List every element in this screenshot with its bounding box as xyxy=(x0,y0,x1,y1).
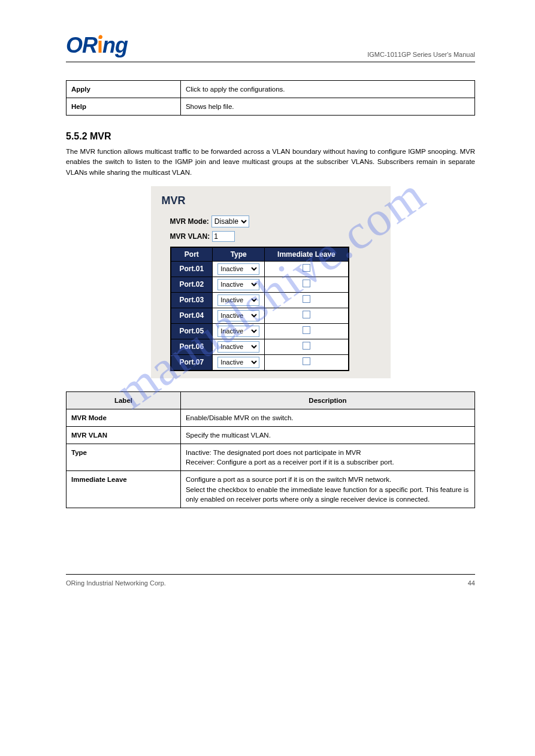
immediate-leave-checkbox[interactable] xyxy=(303,357,310,365)
port-name-cell: Port.07 xyxy=(171,354,213,371)
mvr-port-row: Port.06Inactive xyxy=(171,339,349,354)
mvr-mode-row: MVR Mode: Disable xyxy=(170,215,380,227)
label-cell: Type xyxy=(67,444,181,471)
table-header-row: Label Description xyxy=(67,391,475,409)
table-row: Help Shows help file. xyxy=(67,98,475,116)
mvr-panel-title: MVR xyxy=(162,195,380,207)
desc-header: Description xyxy=(180,391,474,409)
logo-part: R xyxy=(82,33,97,57)
immediate-leave-cell xyxy=(265,339,349,354)
port-type-select[interactable]: Inactive xyxy=(217,326,259,337)
mvr-vlan-label: MVR VLAN: xyxy=(170,232,210,241)
page-header: ORi•ng IGMC-1011GP Series User's Manual xyxy=(66,33,475,62)
label-cell: MVR Mode xyxy=(67,409,181,427)
doc-title: IGMC-1011GP Series User's Manual xyxy=(367,51,475,58)
port-name-cell: Port.06 xyxy=(171,339,213,354)
screenshot-container: manualshive.com MVR MVR Mode: Disable MV… xyxy=(66,186,475,378)
desc-cell: Click to apply the configurations. xyxy=(180,81,474,98)
mvr-mode-label: MVR Mode: xyxy=(170,217,209,226)
immediate-leave-checkbox[interactable] xyxy=(303,311,310,318)
immediate-leave-checkbox[interactable] xyxy=(303,280,310,287)
type-cell: Inactive xyxy=(213,308,265,323)
label-header: Label xyxy=(67,391,181,409)
mvr-port-row: Port.05Inactive xyxy=(171,323,349,339)
type-cell: Inactive xyxy=(213,292,265,308)
label-cell: Help xyxy=(67,98,181,116)
mvr-description-table: Label Description MVR Mode Enable/Disabl… xyxy=(66,391,475,508)
mvr-port-row: Port.01Inactive xyxy=(171,261,349,277)
port-name-cell: Port.01 xyxy=(171,261,213,277)
mvr-port-row: Port.03Inactive xyxy=(171,292,349,308)
type-cell: Inactive xyxy=(213,261,265,277)
immediate-leave-cell xyxy=(265,261,349,277)
mvr-table-header-row: Port Type Immediate Leave xyxy=(171,247,349,262)
port-name-cell: Port.03 xyxy=(171,292,213,308)
desc-cell: Inactive: The designated port does not p… xyxy=(180,444,474,471)
desc-cell: Enable/Disable MVR on the switch. xyxy=(180,409,474,427)
immediate-leave-cell xyxy=(265,292,349,308)
mvr-port-table: Port Type Immediate Leave Port.01Inactiv… xyxy=(170,247,349,371)
table-row: MVR VLAN Specify the multicast VLAN. xyxy=(67,427,475,444)
immediate-leave-checkbox[interactable] xyxy=(303,295,310,303)
immediate-leave-checkbox[interactable] xyxy=(303,264,310,272)
immediate-leave-cell xyxy=(265,354,349,371)
mvr-port-row: Port.02Inactive xyxy=(171,277,349,292)
mvr-vlan-row: MVR VLAN: xyxy=(170,231,380,242)
port-name-cell: Port.05 xyxy=(171,323,213,339)
port-type-select[interactable]: Inactive xyxy=(217,294,259,306)
immediate-leave-checkbox[interactable] xyxy=(303,326,310,334)
port-name-cell: Port.02 xyxy=(171,277,213,292)
logo-part: O xyxy=(66,33,82,57)
port-type-select[interactable]: Inactive xyxy=(217,263,259,275)
page-footer: ORing Industrial Networking Corp. 44 xyxy=(66,574,475,587)
type-header: Type xyxy=(213,247,265,262)
table-row: Apply Click to apply the configurations. xyxy=(67,81,475,98)
immediate-leave-cell xyxy=(265,277,349,292)
immediate-header: Immediate Leave xyxy=(265,247,349,262)
port-type-select[interactable]: Inactive xyxy=(217,279,259,290)
port-header: Port xyxy=(171,247,213,262)
logo-accent: i• xyxy=(97,33,102,57)
type-cell: Inactive xyxy=(213,323,265,339)
desc-cell: Configure a port as a source port if it … xyxy=(180,471,474,508)
desc-cell: Specify the multicast VLAN. xyxy=(180,427,474,444)
immediate-leave-cell xyxy=(265,308,349,323)
type-cell: Inactive xyxy=(213,354,265,371)
mvr-port-row: Port.07Inactive xyxy=(171,354,349,371)
mvr-vlan-input[interactable] xyxy=(212,231,235,242)
port-type-select[interactable]: Inactive xyxy=(217,357,259,368)
apply-help-table: Apply Click to apply the configurations.… xyxy=(66,80,475,116)
port-name-cell: Port.04 xyxy=(171,308,213,323)
section-heading: 5.5.2 MVR xyxy=(66,131,475,142)
mvr-panel: MVR MVR Mode: Disable MVR VLAN: Port Typ… xyxy=(151,186,391,378)
label-cell: Immediate Leave xyxy=(67,471,181,508)
table-row: Immediate Leave Configure a port as a so… xyxy=(67,471,475,508)
section-paragraph: The MVR function allows multicast traffi… xyxy=(66,147,475,178)
table-row: MVR Mode Enable/Disable MVR on the switc… xyxy=(67,409,475,427)
mvr-mode-select[interactable]: Disable xyxy=(211,215,249,227)
type-cell: Inactive xyxy=(213,339,265,354)
footer-left: ORing Industrial Networking Corp. xyxy=(66,579,166,587)
immediate-leave-checkbox[interactable] xyxy=(303,342,310,350)
label-cell: Apply xyxy=(67,81,181,98)
label-cell: MVR VLAN xyxy=(67,427,181,444)
port-type-select[interactable]: Inactive xyxy=(217,310,259,321)
brand-logo: ORi•ng xyxy=(66,33,128,58)
type-cell: Inactive xyxy=(213,277,265,292)
logo-part: ng xyxy=(102,33,128,57)
desc-cell: Shows help file. xyxy=(180,98,474,116)
footer-page-number: 44 xyxy=(468,579,475,587)
immediate-leave-cell xyxy=(265,323,349,339)
mvr-port-row: Port.04Inactive xyxy=(171,308,349,323)
table-row: Type Inactive: The designated port does … xyxy=(67,444,475,471)
port-type-select[interactable]: Inactive xyxy=(217,341,259,353)
